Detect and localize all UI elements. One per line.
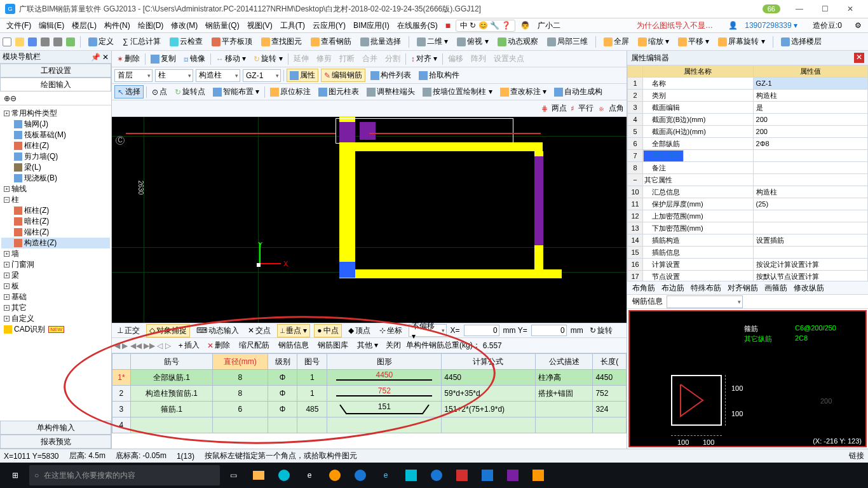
rotate-button[interactable]: ↻旋转 ▾: [251, 53, 285, 65]
local-3d-button[interactable]: 局部三维: [545, 36, 590, 48]
undo-icon[interactable]: [41, 37, 50, 46]
close-nav-icon[interactable]: ✕: [102, 53, 109, 62]
tab-single-component[interactable]: 单构件输入: [0, 421, 111, 435]
menu-floor[interactable]: 楼层(L): [69, 20, 99, 31]
rebar-table[interactable]: 筋号直径(mm)级别图号图形计算公式公式描述长度(1*全部纵筋.18Φ14450…: [112, 353, 627, 433]
tab-drawing-input[interactable]: 绘图输入: [0, 78, 111, 92]
subcategory-select[interactable]: 构造柱: [196, 69, 240, 82]
rebar-insert[interactable]: +插入: [176, 339, 202, 351]
property-table[interactable]: 属性名称属性值1名称GZ-12类别构造柱3截面编辑是4截面宽(B边)(mm)20…: [627, 65, 868, 281]
tree-item[interactable]: −柱: [1, 194, 110, 205]
app-icon-4[interactable]: [402, 466, 421, 485]
tree-item[interactable]: 梁(L): [1, 162, 110, 173]
mirror-button[interactable]: ⧈镜像: [181, 53, 208, 65]
pt-angle-icon[interactable]: ⨳: [597, 104, 605, 113]
view-rebar-button[interactable]: 查看钢筋: [308, 36, 354, 48]
rebar-delete[interactable]: ✕删除: [205, 339, 233, 351]
notify-badge[interactable]: 66: [763, 4, 780, 13]
open-icon[interactable]: [15, 37, 24, 46]
screen-rotate-button[interactable]: 屏幕旋转 ▾: [715, 36, 767, 48]
endpoint-snap[interactable]: ◆顶点: [346, 325, 373, 337]
folder-icon[interactable]: [249, 466, 268, 485]
top-view-button[interactable]: 俯视 ▾: [454, 36, 491, 48]
warn-text[interactable]: 为什么图纸导入不显…: [634, 20, 715, 31]
delete-button[interactable]: ✶删除: [114, 53, 142, 65]
component-select[interactable]: GZ-1: [243, 69, 281, 82]
tree-item[interactable]: 剪力墙(Q): [1, 151, 110, 162]
tree-item[interactable]: +基础: [1, 292, 110, 302]
tree-toolbar[interactable]: ⊕⊖: [0, 92, 111, 105]
start-button[interactable]: ⊞: [3, 463, 28, 488]
edit-rebar-button[interactable]: ✎编辑钢筋: [321, 69, 365, 82]
move-button[interactable]: ↔移动 ▾: [214, 53, 248, 65]
app-icon-5[interactable]: [427, 466, 446, 485]
tree-item[interactable]: +墙: [1, 248, 110, 259]
check-mark-button[interactable]: 查改标注 ▾: [498, 86, 549, 98]
tab-report-preview[interactable]: 报表预览: [0, 435, 111, 449]
app-icon-7[interactable]: [478, 466, 497, 485]
cloud-check-button[interactable]: 云检查: [167, 36, 205, 48]
tree-item[interactable]: 现浇板(B): [1, 173, 110, 184]
tree-item[interactable]: 筏板基础(M): [1, 130, 110, 140]
menu-online[interactable]: 在线服务(S): [395, 20, 440, 31]
tree-item[interactable]: 端柱(Z): [1, 227, 110, 238]
tree-item[interactable]: +自定义: [1, 313, 110, 324]
tree-item[interactable]: 轴网(J): [1, 119, 110, 130]
flat-top-button[interactable]: 平齐板顶: [209, 36, 255, 48]
pt-angle-button[interactable]: 点角: [609, 103, 624, 114]
rebar-lib[interactable]: 钢筋图库: [314, 339, 351, 351]
app-icon-8[interactable]: [503, 466, 522, 485]
tree-item[interactable]: +板: [1, 281, 110, 292]
window-maximize[interactable]: ☐: [812, 1, 837, 17]
sum-calc-button[interactable]: ∑ 汇总计算: [120, 36, 163, 48]
taskbar-search[interactable]: ○在这里输入你要搜索的内容: [29, 465, 220, 485]
ime-popup[interactable]: 中 ↻ 😊 🔧 ❓: [456, 20, 515, 32]
menu-draw[interactable]: 绘图(D): [135, 20, 166, 31]
tree-item[interactable]: +梁: [1, 270, 110, 281]
offset-select[interactable]: 不偏移 ▾: [409, 324, 447, 337]
orig-mark-button[interactable]: 原位标注: [268, 86, 313, 98]
draw-by-pos-button[interactable]: 按墙位置绘制柱 ▾: [420, 86, 494, 98]
auto-gen-button[interactable]: 自动生成构: [552, 86, 605, 98]
edge-icon[interactable]: e: [300, 466, 319, 485]
select-floor-button[interactable]: 选择楼层: [778, 36, 824, 48]
ortho-toggle[interactable]: ⊥正交: [114, 325, 142, 337]
tree-item[interactable]: 框柱(Z): [1, 205, 110, 216]
pan-button[interactable]: 平移 ▾: [675, 36, 712, 48]
task-view-icon[interactable]: ▭: [224, 466, 243, 485]
app-icon-9[interactable]: [529, 466, 548, 485]
coord-snap[interactable]: ⊹坐标: [377, 325, 405, 337]
status-link[interactable]: 链接: [849, 451, 864, 461]
select-tool[interactable]: ↖选择: [114, 85, 144, 98]
rotate-point-tool[interactable]: ↻旋转点: [172, 86, 208, 98]
find-element-button[interactable]: 查找图元: [259, 36, 304, 48]
tree-item[interactable]: +其它: [1, 302, 110, 313]
rebar-info-select[interactable]: [667, 295, 743, 308]
menu-cloud[interactable]: 云应用(Y): [310, 20, 348, 31]
copy-button[interactable]: 复制: [148, 53, 179, 65]
two-point-icon[interactable]: ⋕: [541, 104, 548, 113]
menu-view[interactable]: 视图(V): [245, 20, 275, 31]
rebar-nav[interactable]: ◀ ▶ ◀◀ ▶▶ ◁ ▷: [114, 341, 171, 350]
section-viewport[interactable]: 箍筋 其它纵筋 C6@200/250 2C8 100 100 100 100 2…: [628, 310, 867, 447]
col-table-button[interactable]: 图元柱表: [316, 86, 362, 98]
component-list-button[interactable]: 构件列表: [368, 69, 414, 81]
menu-modify[interactable]: 修改(M): [168, 20, 200, 31]
point-tool[interactable]: ⊙点: [149, 86, 170, 98]
tab-corner[interactable]: 布角筋: [632, 283, 655, 294]
menu-rebar[interactable]: 钢筋量(Q): [203, 20, 241, 31]
parallel-icon[interactable]: ♯: [571, 104, 574, 113]
menu-edit[interactable]: 编辑(E): [36, 20, 67, 31]
pin-icon[interactable]: 📌: [91, 53, 100, 62]
x-input[interactable]: [464, 325, 499, 336]
rebar-scale[interactable]: 缩尺配筋: [235, 339, 272, 351]
batch-select-button[interactable]: 批量选择: [358, 36, 403, 48]
app-icon-3[interactable]: [351, 466, 370, 485]
user-id[interactable]: 13907298339 ▾: [742, 21, 800, 30]
properties-button[interactable]: 属性: [287, 69, 318, 82]
menu-tools[interactable]: 工具(T): [278, 20, 308, 31]
redo-icon[interactable]: [53, 37, 62, 46]
tab-side[interactable]: 布边筋: [661, 283, 684, 294]
app-icon-6[interactable]: [452, 466, 471, 485]
ie-icon[interactable]: e: [376, 466, 395, 485]
